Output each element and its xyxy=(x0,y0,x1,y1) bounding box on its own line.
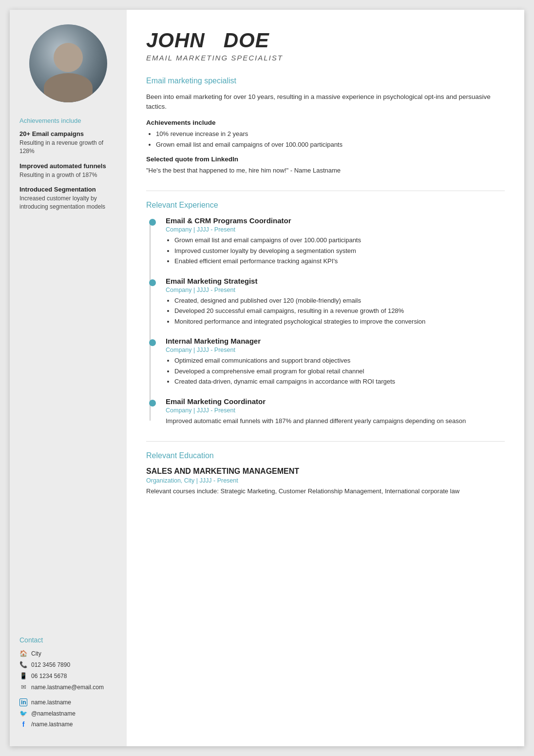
exp-title-1: Email & CRM Programs Coordinator xyxy=(166,216,505,225)
email-icon: ✉ xyxy=(19,683,27,691)
social-facebook: f /name.lastname xyxy=(19,720,104,728)
exp-item-3: Internal Marketing Manager Company | JJJ… xyxy=(156,337,505,387)
achievement-desc-3: Increased customer loyalty by introducin… xyxy=(19,194,117,211)
contact-city-label: City xyxy=(31,650,41,657)
main-content: JOHN DOE EMAIL MARKETING SPECIALIST Emai… xyxy=(127,10,524,746)
mobile-icon: 📱 xyxy=(19,672,27,679)
contact-email-label: name.lastname@email.com xyxy=(31,684,104,691)
exp-2-bullet-2: Developed 20 successful email campaigns,… xyxy=(174,306,505,316)
avatar-image xyxy=(29,24,107,102)
exp-3-bullet-1: Optimized email communications and suppo… xyxy=(174,356,505,366)
contact-phone2: 📱 06 1234 5678 xyxy=(19,672,104,679)
quote-text: "He's the best that happened to me, hire… xyxy=(146,166,505,175)
avatar xyxy=(29,24,107,102)
achievement-item-2: Improved automated funnels Resulting in … xyxy=(19,162,117,179)
profile-achievement-2: Grown email list and email campaigns of … xyxy=(156,140,505,150)
twitter-icon: 🐦 xyxy=(19,710,27,717)
exp-company-2: Company | JJJJ - Present xyxy=(166,287,505,293)
profile-section: Email marketing specialist Been into ema… xyxy=(146,77,505,175)
exp-item-4: Email Marketing Coordinator Company | JJ… xyxy=(156,397,505,426)
achievements-subtitle: Achievements include xyxy=(146,119,505,126)
social-twitter: 🐦 @namelastname xyxy=(19,710,104,717)
achievement-item-3: Introduced Segmentation Increased custom… xyxy=(19,186,117,211)
contact-phone1: 📞 012 3456 7890 xyxy=(19,661,104,668)
exp-title-2: Email Marketing Strategist xyxy=(166,277,505,285)
exp-1-bullet-2: Improved customer loyalty by developing … xyxy=(174,246,505,256)
divider-1 xyxy=(146,191,505,191)
phone-icon: 📞 xyxy=(19,661,27,668)
full-name: JOHN DOE xyxy=(146,29,505,52)
achievement-desc-1: Resulting in a revenue growth of 128% xyxy=(19,139,117,155)
social-twitter-label: @namelastname xyxy=(31,710,76,717)
education-section: Relevant Education SALES AND MARKETING M… xyxy=(146,451,505,496)
exp-3-bullet-2: Developed a comprehensive email program … xyxy=(174,367,505,376)
first-name: JOHN xyxy=(146,29,205,52)
exp-3-bullet-3: Created data-driven, dynamic email campa… xyxy=(174,377,505,387)
education-section-title: Relevant Education xyxy=(146,451,505,462)
contact-city: 🏠 City xyxy=(19,650,104,657)
experience-section-title: Relevant Experience xyxy=(146,201,505,212)
social-section: in name.lastname 🐦 @namelastname f /name… xyxy=(19,698,104,728)
sidebar: Achievements include 20+ Email campaigns… xyxy=(10,10,127,746)
divider-2 xyxy=(146,441,505,442)
exp-company-3: Company | JJJJ - Present xyxy=(166,347,505,353)
achievement-title-3: Introduced Segmentation xyxy=(19,186,117,193)
experience-list: Email & CRM Programs Coordinator Company… xyxy=(146,216,505,426)
facebook-icon: f xyxy=(19,720,27,728)
home-icon: 🏠 xyxy=(19,650,27,657)
contact-title: Contact xyxy=(19,636,104,644)
edu-degree-1: SALES AND MARKETING MANAGEMENT xyxy=(146,467,505,476)
experience-section: Relevant Experience Email & CRM Programs… xyxy=(146,201,505,426)
quote-subtitle: Selected quote from LinkedIn xyxy=(146,155,505,163)
exp-item-2: Email Marketing Strategist Company | JJJ… xyxy=(156,277,505,327)
social-linkedin-label: name.lastname xyxy=(31,699,71,706)
achievement-item-1: 20+ Email campaigns Resulting in a reven… xyxy=(19,130,117,155)
social-linkedin: in name.lastname xyxy=(19,698,104,706)
exp-2-bullet-1: Created, designed and published over 120… xyxy=(174,296,505,306)
linkedin-icon: in xyxy=(19,698,27,706)
sidebar-achievements: Achievements include 20+ Email campaigns… xyxy=(19,117,117,218)
exp-title-3: Internal Marketing Manager xyxy=(166,337,505,345)
exp-company-1: Company | JJJJ - Present xyxy=(166,226,505,233)
contact-section: Contact 🏠 City 📞 012 3456 7890 📱 06 1234… xyxy=(19,626,104,732)
resume-container: Achievements include 20+ Email campaigns… xyxy=(10,10,524,746)
name-header: JOHN DOE EMAIL MARKETING SPECIALIST xyxy=(146,29,505,62)
exp-text-4: Improved automatic email funnels with 18… xyxy=(166,416,505,426)
profile-section-title: Email marketing specialist xyxy=(146,77,505,87)
social-facebook-label: /name.lastname xyxy=(31,721,73,728)
exp-bullets-3: Optimized email communications and suppo… xyxy=(166,356,505,387)
contact-phone2-label: 06 1234 5678 xyxy=(31,673,67,679)
sidebar-achievements-title: Achievements include xyxy=(19,117,117,124)
edu-text-1: Relevant courses include: Strategic Mark… xyxy=(146,486,505,496)
achievement-desc-2: Resulting in a growth of 187% xyxy=(19,171,117,179)
contact-phone1-label: 012 3456 7890 xyxy=(31,661,70,668)
achievement-title-2: Improved automated funnels xyxy=(19,162,117,170)
exp-bullets-2: Created, designed and published over 120… xyxy=(166,296,505,327)
contact-email: ✉ name.lastname@email.com xyxy=(19,683,104,691)
profile-achievement-1: 10% revenue increase in 2 years xyxy=(156,129,505,139)
exp-2-bullet-3: Monitored performance and integrated psy… xyxy=(174,317,505,327)
profile-achievements-list: 10% revenue increase in 2 years Grown em… xyxy=(146,129,505,150)
exp-company-4: Company | JJJJ - Present xyxy=(166,407,505,414)
exp-1-bullet-3: Enabled efficient email performance trac… xyxy=(174,256,505,266)
achievement-title-1: 20+ Email campaigns xyxy=(19,130,117,137)
last-name: DOE xyxy=(224,29,269,52)
job-title-header: EMAIL MARKETING SPECIALIST xyxy=(146,54,505,62)
exp-bullets-1: Grown email list and email campaigns of … xyxy=(166,235,505,266)
edu-org-1: Organization, City | JJJJ - Present xyxy=(146,477,505,484)
exp-1-bullet-1: Grown email list and email campaigns of … xyxy=(174,235,505,245)
profile-text: Been into email marketing for over 10 ye… xyxy=(146,92,505,112)
exp-item-1: Email & CRM Programs Coordinator Company… xyxy=(156,216,505,266)
exp-title-4: Email Marketing Coordinator xyxy=(166,397,505,406)
